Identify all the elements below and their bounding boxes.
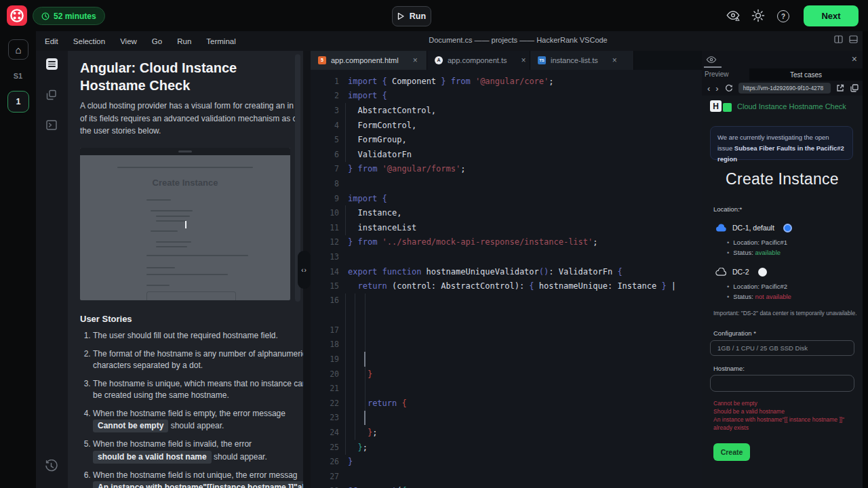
split-editor-icon[interactable] — [834, 35, 843, 43]
code-line[interactable]: 6 ValidatorFn — [311, 147, 702, 162]
code-line[interactable]: 21 — [311, 381, 702, 396]
code-line[interactable]: 7} from '@angular/forms'; — [311, 162, 702, 177]
code-line[interactable]: 23 — [311, 411, 702, 426]
next-button[interactable]: Next — [804, 5, 859, 26]
code-chip: Cannot be empty — [93, 420, 168, 432]
line-number: 4 — [311, 121, 339, 130]
user-story: When the hostname field is empty, the er… — [93, 408, 303, 433]
line-content: } — [339, 369, 372, 379]
configuration-field[interactable]: 1GB / 1 CPU / 25 GB SSD Disk — [710, 340, 854, 356]
line-content: ValidatorFn — [339, 150, 412, 159]
code-line[interactable]: 5 FormGroup, — [311, 132, 702, 147]
help-icon[interactable]: ? — [777, 10, 789, 22]
menu-item-view[interactable]: View — [120, 37, 137, 45]
external-link-icon[interactable] — [836, 84, 844, 92]
code-line[interactable]: 26} — [311, 454, 702, 469]
refresh-icon[interactable] — [725, 84, 733, 92]
history-clock-icon[interactable] — [45, 460, 58, 472]
code-line[interactable]: 22 return { — [311, 396, 702, 411]
section-badge: S1 — [0, 72, 36, 80]
code-line[interactable]: 27 — [311, 469, 702, 484]
line-content: } — [339, 457, 353, 466]
code-line[interactable]: 14export function hostnameUniqueValidato… — [311, 264, 702, 279]
line-content: }; — [339, 428, 377, 437]
create-button[interactable]: Create — [713, 443, 750, 461]
resize-handle[interactable]: ‹› — [298, 251, 311, 289]
line-content: Instance, — [339, 208, 401, 218]
line-content: FormGroup, — [339, 135, 407, 144]
forward-chevron-icon[interactable]: › — [715, 83, 718, 94]
code-line[interactable]: 16 — [311, 293, 702, 323]
home-button[interactable]: ⌂ — [8, 39, 28, 60]
line-number: 7 — [311, 164, 339, 174]
code-line[interactable]: 12} from '../shared/mock-api-response/in… — [311, 235, 702, 250]
duplicate-icon[interactable] — [850, 84, 859, 92]
terminal-icon[interactable] — [46, 120, 57, 130]
rendered-app: H Cloud Instance Hostname Check We are c… — [702, 96, 863, 488]
copy-files-icon[interactable] — [46, 89, 57, 100]
line-content: instanceList — [339, 223, 416, 232]
code-line[interactable]: 25 }; — [311, 440, 702, 455]
editor-tab-app.component.ts[interactable]: Aapp.component.ts× — [427, 51, 530, 70]
code-line[interactable]: 4 FormControl, — [311, 118, 702, 133]
back-chevron-icon[interactable]: ‹ — [707, 83, 710, 94]
close-tab-icon[interactable]: × — [521, 56, 526, 65]
code-line[interactable]: 24 }; — [311, 425, 702, 440]
hostname-input[interactable] — [710, 375, 854, 392]
menu-item-selection[interactable]: Selection — [73, 37, 105, 45]
right-edge-strip — [863, 31, 868, 488]
story-text: The format of the hostname is any number… — [93, 349, 303, 371]
close-tab-icon[interactable]: × — [612, 56, 617, 65]
code-area[interactable]: 1import { Component } from '@angular/cor… — [311, 70, 702, 488]
window-layout-icons — [834, 35, 858, 43]
question-step-button[interactable]: 1 — [7, 91, 29, 113]
code-line[interactable]: 10 Instance, — [311, 205, 702, 220]
code-line[interactable]: 13 — [311, 249, 702, 264]
menu-item-edit[interactable]: Edit — [45, 37, 58, 45]
option-location: •Location: Pacific#2 — [727, 281, 792, 291]
code-line[interactable]: 18 — [311, 338, 702, 352]
close-icon[interactable]: × — [852, 54, 857, 64]
line-number: 24 — [311, 428, 339, 437]
twilio-logo-icon[interactable] — [7, 5, 27, 26]
url-field[interactable]: https://vm-1d292690-9f10-4278 — [738, 83, 831, 94]
code-line[interactable]: 28@Component({ — [311, 484, 702, 488]
tab-preview[interactable]: Preview — [705, 70, 729, 78]
editor-tab-app.component.html[interactable]: 5app.component.html× — [311, 51, 427, 70]
theme-sun-icon[interactable] — [751, 9, 766, 22]
radio-dc-2[interactable] — [758, 268, 767, 277]
code-line[interactable]: 11 instanceList — [311, 220, 702, 235]
code-line[interactable]: 1import { Component } from '@angular/cor… — [311, 74, 702, 89]
layout-panel-icon[interactable] — [849, 35, 858, 43]
code-line[interactable]: 2import { — [311, 89, 702, 104]
question-document-icon[interactable] — [46, 58, 58, 70]
code-line[interactable]: 15 return (control: AbstractControl): { … — [311, 279, 702, 293]
tab-test-cases[interactable]: Test cases — [749, 68, 863, 81]
code-line[interactable]: 3 AbstractControl, — [311, 103, 702, 118]
intro-line: A cloud hosting provider has a visual fo… — [80, 100, 297, 113]
user-story: The user should fill out the required ho… — [93, 330, 303, 342]
form-screenshot-thumbnail: Create Instance — [80, 148, 290, 300]
code-line[interactable]: 20 } — [311, 367, 702, 382]
preview-eye-icon[interactable] — [726, 9, 741, 22]
editor-tab-instance-list.ts[interactable]: TSinstance-list.ts× — [530, 51, 634, 70]
screen: 52 minutes Run ? Next — [0, 0, 868, 488]
close-tab-icon[interactable]: × — [413, 56, 418, 65]
menu-item-terminal[interactable]: Terminal — [206, 37, 235, 45]
code-line[interactable]: 8 — [311, 176, 702, 191]
browser-bar: ‹ › https://vm-1d292690-9f10-4278 — [702, 81, 863, 96]
line-number: 21 — [311, 384, 339, 393]
line-number: 6 — [311, 150, 339, 159]
thumbnail-form-title: Create Instance — [80, 178, 290, 188]
line-number: 18 — [311, 340, 339, 349]
app-title: Cloud Instance Hostname Check — [737, 102, 846, 110]
code-line[interactable]: 19 — [311, 352, 702, 367]
home-icon: ⌂ — [15, 44, 21, 56]
code-line[interactable]: 17 — [311, 323, 702, 338]
menu-item-run[interactable]: Run — [177, 37, 191, 45]
preview-mode-eye-icon[interactable] — [706, 56, 717, 64]
menu-item-go[interactable]: Go — [152, 37, 162, 45]
radio-dc-1[interactable] — [783, 224, 792, 232]
code-line[interactable]: 9import { — [311, 191, 702, 206]
run-button[interactable]: Run — [392, 6, 431, 26]
